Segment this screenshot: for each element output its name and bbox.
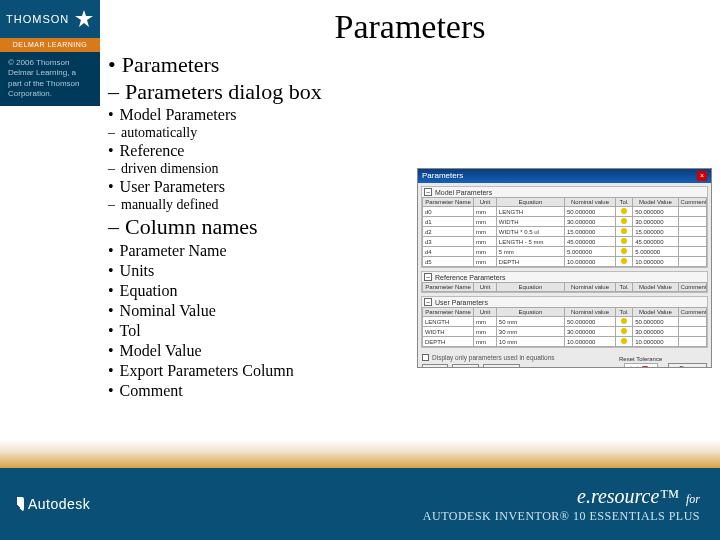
user-parameters-section: − User Parameters Parameter NameUnitEqua… [421, 296, 708, 348]
model-parameters-section: − Model Parameters Parameter NameUnitEqu… [421, 186, 708, 268]
table-row[interactable]: d3mmLENGTH - 5 mm45.00000045.000000 [423, 237, 707, 247]
slide-title: Parameters [108, 8, 712, 46]
bullet-lvl1: •Parameters [108, 52, 712, 78]
plus-tolerance-icon [628, 366, 634, 369]
bullet-lvl4: –automatically [108, 125, 712, 141]
dialog-titlebar: Parameters × [418, 169, 711, 183]
display-only-checkbox[interactable]: Display only parameters used in equation… [422, 354, 554, 361]
done-button[interactable]: Done [668, 363, 707, 369]
link-button[interactable]: Link [452, 364, 479, 368]
update-button[interactable]: Update [483, 364, 520, 368]
delmar-logo: DELMAR LEARNING [0, 38, 100, 52]
autodesk-logo: Autodesk [10, 496, 90, 512]
eresource-logo: e.resource™ for AUTODESK INVENTOR® 10 ES… [423, 483, 700, 525]
table-row[interactable]: d4mm5 mm5.0000005.000000 [423, 247, 707, 257]
close-icon[interactable]: × [697, 171, 707, 181]
table-row[interactable]: WIDTHmm30 mm30.00000030.000000 [423, 327, 707, 337]
collapse-icon[interactable]: − [424, 188, 432, 196]
slide-content: Parameters •Parameters –Parameters dialo… [100, 0, 720, 440]
sidebar: THOMSON DELMAR LEARNING © 2006 Thomson D… [0, 0, 100, 440]
bullet-lvl3: •Model Parameters [108, 106, 712, 124]
collapse-icon[interactable]: − [424, 298, 432, 306]
table-row[interactable]: d1mmWIDTH30.00000030.000000 [423, 217, 707, 227]
star-icon [74, 9, 94, 29]
table-row[interactable]: DEPTHmm10 mm10.00000010.000000 [423, 337, 707, 347]
thomson-logo: THOMSON [0, 0, 100, 38]
table-row[interactable]: d5mmDEPTH10.00000010.000000 [423, 257, 707, 267]
autodesk-icon [10, 497, 24, 511]
dialog-footer: Display only parameters used in equation… [418, 351, 711, 368]
table-row[interactable]: d2mmWIDTH * 0.5 ul15.00000015.000000 [423, 227, 707, 237]
reset-tolerance[interactable]: + − [624, 363, 658, 369]
table-row[interactable]: d0mmLENGTH50.00000050.000000 [423, 207, 707, 217]
thomson-text: THOMSON [6, 13, 69, 25]
svg-marker-0 [75, 10, 93, 27]
model-parameters-table: Parameter NameUnitEquationNominal valueT… [422, 197, 707, 267]
minus-tolerance-icon [642, 366, 648, 369]
parameters-dialog: Parameters × − Model Parameters Paramete… [417, 168, 712, 368]
bullet-lvl2: –Parameters dialog box [108, 79, 712, 105]
bullet-lvl3: •Reference [108, 142, 712, 160]
table-row[interactable]: LENGTHmm50 mm50.00000050.000000 [423, 317, 707, 327]
add-button[interactable]: Add [422, 364, 448, 368]
copyright-text: © 2006 Thomson Delmar Learning, a part o… [0, 52, 100, 106]
user-parameters-table: Parameter NameUnitEquationNominal valueT… [422, 307, 707, 347]
reference-parameters-section: − Reference Parameters Parameter NameUni… [421, 271, 708, 293]
reference-parameters-table: Parameter NameUnitEquationNominal valueT… [422, 282, 707, 292]
collapse-icon[interactable]: − [424, 273, 432, 281]
slide-footer: Autodesk e.resource™ for AUTODESK INVENT… [0, 440, 720, 540]
